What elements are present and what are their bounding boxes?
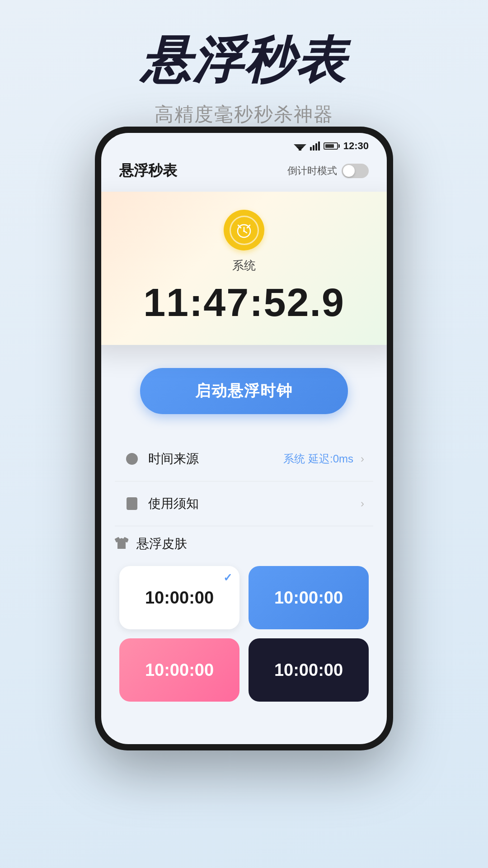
timer-display: 11:47:52.9 (110, 283, 378, 322)
source-label: 系统 (110, 258, 378, 274)
floating-timer-card: 系统 11:47:52.9 (101, 192, 387, 345)
hero-section: 悬浮秒表 高精度毫秒秒杀神器 (0, 0, 488, 127)
skin-card-light[interactable]: ✓ 10:00:00 (119, 566, 239, 629)
document-icon (124, 495, 140, 512)
skin-card-pink[interactable]: 10:00:00 (119, 638, 239, 702)
skin-time-dark: 10:00:00 (274, 660, 343, 680)
skin-card-blue[interactable]: 10:00:00 (249, 566, 369, 629)
chevron-right-icon: › (361, 453, 364, 465)
start-button-area: 启动悬浮时钟 (101, 368, 387, 414)
time-source-value: 系统 延迟:0ms (283, 452, 353, 466)
svg-point-12 (243, 230, 245, 232)
tshirt-icon (115, 536, 128, 552)
time-source-label: 时间来源 (148, 450, 199, 467)
skin-time-light: 10:00:00 (145, 588, 214, 608)
skin-card-dark[interactable]: 10:00:00 (249, 638, 369, 702)
settings-list: 时间来源 系统 延迟:0ms › (101, 437, 387, 526)
clock-outline-icon (124, 451, 140, 467)
time-source-left: 时间来源 (124, 450, 199, 467)
time-source-item[interactable]: 时间来源 系统 延迟:0ms › (115, 437, 373, 481)
skin-section-label: 悬浮皮肤 (136, 535, 187, 552)
usage-notice-label: 使用须知 (148, 495, 199, 512)
time-source-right: 系统 延迟:0ms › (283, 452, 364, 466)
main-content: 系统 11:47:52.9 启动悬浮时钟 (101, 133, 387, 744)
skin-section: 悬浮皮肤 ✓ 10:00:00 10:00:00 (101, 526, 387, 702)
phone-mockup: 12:30 悬浮秒表 倒计时模式 (95, 127, 393, 750)
skin-time-pink: 10:00:00 (145, 660, 214, 680)
skin-grid: ✓ 10:00:00 10:00:00 10:00:00 (115, 566, 373, 702)
clock-icon-wrapper (224, 210, 264, 250)
clock-icon-inner (230, 216, 259, 245)
usage-notice-left: 使用须知 (124, 495, 199, 512)
skin-time-blue: 10:00:00 (274, 588, 343, 608)
app-title-large: 悬浮秒表 (0, 27, 488, 94)
phone-frame: 12:30 悬浮秒表 倒计时模式 (95, 127, 393, 750)
app-subtitle: 高精度毫秒秒杀神器 (0, 102, 488, 127)
phone-screen: 12:30 悬浮秒表 倒计时模式 (101, 133, 387, 744)
alarm-clock-icon (235, 221, 253, 240)
start-floating-clock-button[interactable]: 启动悬浮时钟 (140, 368, 348, 414)
skin-header: 悬浮皮肤 (115, 535, 373, 552)
chevron-right-icon-2: › (361, 497, 364, 510)
usage-notice-right: › (358, 497, 364, 510)
usage-notice-item[interactable]: 使用须知 › (115, 481, 373, 526)
skin-selected-check: ✓ (223, 571, 232, 584)
